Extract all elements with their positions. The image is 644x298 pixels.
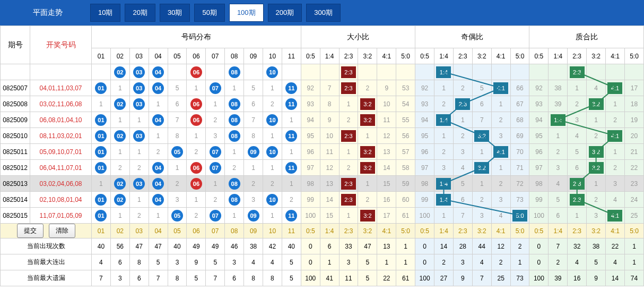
ball-icon: 06 [190,178,202,190]
ball-icon: 04 [152,194,164,206]
ratio-col: 2:3 [453,48,472,64]
ratio-badge: 3:2 [360,162,375,174]
clear-button[interactable]: 清除 [49,224,75,238]
ball-icon: 11 [285,130,297,142]
ball-icon: 07 [210,82,221,94]
ball-icon: 04 [152,114,164,126]
issue-cell: 0825007 [1,80,30,96]
num-col: 10 [263,48,282,64]
top-bar: 平面走势 10期20期30期50期100期200期300期 [0,0,644,25]
ratio-col: 3:2 [472,48,491,64]
ratio-col: 4:1 [606,48,625,64]
stat-label: 当前出现次数 [1,239,92,254]
ratio-badge: 4:1 [493,146,508,158]
col-qo: 奇偶比 [415,26,529,48]
period-tab[interactable]: 20期 [125,4,155,22]
period-tab[interactable]: 100期 [229,4,264,22]
ratio-badge: 3:2 [589,146,604,158]
num-col: 08 [225,48,244,64]
submit-button[interactable]: 提交 [17,224,43,238]
ratio-badge: 1:4 [436,194,451,206]
nums-cell: 06,08,01,04,10 [30,112,92,128]
nums-cell: 04,01,11,03,07 [30,80,92,96]
page-title: 平面走势 [5,8,90,18]
ball-icon: 05 [171,210,183,222]
table-row: 082500704,01,11,03,070110304510715111927… [1,80,644,96]
table-row: 082501303,02,04,06,081020304206108221981… [1,176,644,192]
ball-icon: 08 [229,178,240,190]
num-col: 09 [244,48,263,64]
period-tab[interactable]: 300期 [306,4,341,22]
ball-icon: 04 [152,162,164,174]
issue-cell: 0825010 [1,128,30,144]
ratio-col: 2:3 [339,48,358,64]
nums-cell: 02,10,08,01,04 [30,192,92,208]
nums-cell: 08,11,03,02,01 [30,128,92,144]
ratio-col: 1:4 [320,48,339,64]
ball-icon: 06 [190,98,202,110]
ratio-badge: 3:2 [474,162,489,174]
period-tab[interactable]: 50期 [194,4,224,22]
ratio-badge: 4:1 [607,210,622,222]
ratio-badge: 5:0 [512,210,527,222]
ball-icon: 11 [285,210,297,222]
period-tab[interactable]: 10期 [90,4,120,22]
ball-icon: 06 [190,162,202,174]
ratio-badge: 2:3 [341,178,356,190]
ratio-col: 1:4 [549,48,568,64]
summary-row: 提交清除01020304050607080910110:51:42:33:24:… [1,224,644,239]
ball-icon: 04 [152,82,164,94]
issue-cell: 0825012 [1,160,30,176]
ratio-col: 3:2 [587,48,606,64]
ball-icon: 07 [210,162,221,174]
issue-cell: 0825009 [1,112,30,128]
trend-table: 期号 开奖号码 号码分布 大小比 奇偶比 质合比 010203040506070… [0,25,644,286]
issue-cell: 0825014 [1,192,30,208]
period-tab[interactable]: 200期 [268,4,302,22]
ball-icon: 03 [133,178,145,190]
num-col: 05 [168,48,187,64]
nums-cell: 06,04,11,07,01 [30,160,92,176]
ratio-badge: 2:3 [570,178,585,190]
ball-icon: 08 [229,114,240,126]
stat-label: 当前最大遗漏 [1,270,92,286]
ratio-badge: 3:2 [360,210,375,222]
ratio-col: 5:0 [510,48,529,64]
table-row: 082501511,07,01,05,090112105207109111100… [1,208,644,224]
table-row: 082500906,08,01,04,100111047062087101949… [1,112,644,128]
nums-cell: 03,02,04,06,08 [30,176,92,192]
ball-icon: 01 [95,146,107,158]
ball-icon: 09 [248,146,259,158]
ratio-badge: 3:2 [474,130,489,142]
ratio-badge: 1:4 [436,178,451,190]
col-issue: 期号 [1,26,30,64]
ball-icon: 02 [114,130,126,142]
col-dist: 号码分布 [92,26,301,48]
table-row: 082501008,11,03,02,010102031813088111951… [1,128,644,144]
issue-cell: 0825008 [1,96,30,112]
num-col: 01 [92,48,111,64]
ball-icon: 09 [248,210,259,222]
ball-icon: 03 [133,82,145,94]
ball-icon: 04 [152,178,164,190]
period-tab[interactable]: 30期 [160,4,190,22]
ball-icon: 11 [285,98,297,110]
ratio-col: 3:2 [358,48,377,64]
num-col: 03 [129,48,149,64]
ball-icon: 03 [133,130,145,142]
ball-icon: 10 [266,146,278,158]
ratio-badge: 2:3 [570,194,585,206]
col-nums: 开奖号码 [30,26,92,64]
ratio-badge: 3:2 [360,146,375,158]
ratio-col: 4:1 [377,48,396,64]
ratio-col: 1:4 [434,48,454,64]
stat-label: 当前最大连出 [1,254,92,270]
num-col: 07 [206,48,225,64]
ratio-badge: 1:4 [551,114,565,126]
ball-icon: 01 [95,82,107,94]
ball-icon: 01 [95,210,107,222]
ball-icon: 11 [285,82,297,94]
ratio-col: 4:1 [491,48,510,64]
ball-icon: 10 [266,114,278,126]
period-tabs: 10期20期30期50期100期200期300期 [90,4,341,22]
